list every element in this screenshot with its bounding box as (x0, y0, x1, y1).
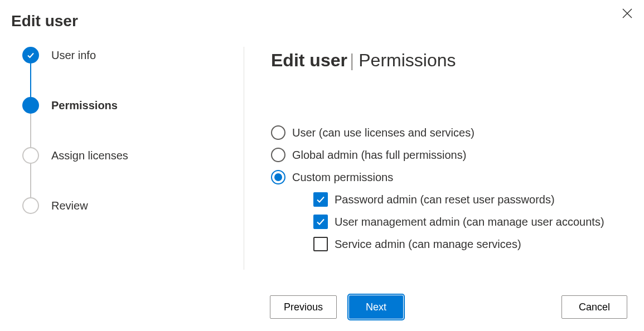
step-connector (30, 64, 31, 97)
step-label: Review (51, 199, 88, 212)
step-current-icon (22, 97, 39, 114)
radio-user[interactable]: User (can use licenses and services) (271, 125, 627, 140)
checkbox-label: User management admin (can manage user a… (335, 216, 604, 228)
dialog-title: Edit user (0, 0, 644, 30)
close-button[interactable] (621, 7, 634, 20)
step-label: User info (51, 49, 96, 62)
radio-global-admin[interactable]: Global admin (has full permissions) (271, 148, 627, 162)
checkbox-icon (313, 215, 328, 229)
step-connector (30, 114, 31, 147)
step-connector (30, 164, 31, 197)
step-permissions[interactable]: Permissions (22, 97, 244, 114)
checkbox-icon (313, 237, 328, 251)
next-button[interactable]: Next (349, 295, 403, 319)
permission-options: User (can use licenses and services) Glo… (271, 125, 627, 251)
radio-icon (271, 148, 285, 162)
radio-icon (271, 170, 285, 184)
checkbox-user-management-admin[interactable]: User management admin (can manage user a… (313, 215, 627, 229)
radio-label: User (can use licenses and services) (292, 126, 474, 139)
close-icon (622, 8, 632, 18)
page-heading: Edit user|Permissions (271, 50, 627, 71)
step-label: Permissions (51, 99, 118, 112)
heading-separator: | (350, 50, 354, 70)
checkmark-icon (316, 194, 326, 205)
wizard-steps: User info Permissions Assign licenses Re… (0, 47, 244, 270)
heading-prefix: Edit user (271, 50, 347, 70)
radio-icon (271, 125, 285, 140)
checkbox-icon (313, 192, 328, 207)
radio-custom-permissions[interactable]: Custom permissions (271, 170, 627, 184)
step-label: Assign licenses (51, 149, 128, 162)
step-completed-icon (22, 47, 39, 64)
radio-label: Global admin (has full permissions) (292, 149, 466, 162)
previous-button[interactable]: Previous (270, 295, 337, 319)
dialog-footer: Previous Next Cancel (270, 295, 627, 319)
custom-permissions-group: Password admin (can reset user passwords… (313, 192, 627, 251)
radio-label: Custom permissions (292, 171, 393, 184)
checkbox-password-admin[interactable]: Password admin (can reset user passwords… (313, 192, 627, 207)
cancel-button[interactable]: Cancel (561, 295, 627, 319)
checkmark-icon (316, 217, 326, 227)
step-pending-icon (22, 197, 39, 214)
checkmark-icon (26, 51, 35, 60)
checkbox-label: Password admin (can reset user passwords… (335, 193, 555, 206)
checkbox-label: Service admin (can manage services) (335, 238, 521, 251)
step-review[interactable]: Review (22, 197, 244, 214)
checkbox-service-admin[interactable]: Service admin (can manage services) (313, 237, 627, 251)
step-pending-icon (22, 147, 39, 164)
heading-section: Permissions (359, 50, 456, 70)
step-assign-licenses[interactable]: Assign licenses (22, 147, 244, 164)
step-user-info[interactable]: User info (22, 47, 244, 64)
